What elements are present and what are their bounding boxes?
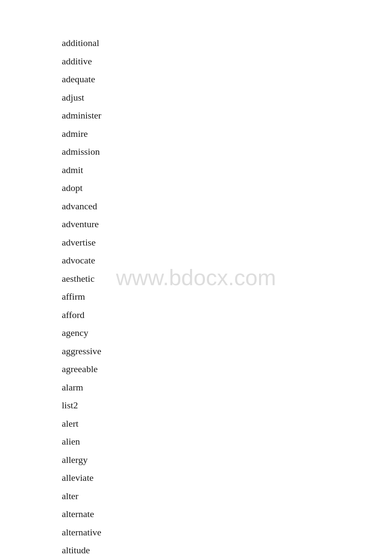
- list-item: admit: [62, 161, 392, 179]
- list-item: advanced: [62, 197, 392, 216]
- list-item: advocate: [62, 251, 392, 270]
- list-item: adopt: [62, 179, 392, 197]
- list-item: adventure: [62, 215, 392, 234]
- list-item: afford: [62, 306, 392, 324]
- list-item: affirm: [62, 288, 392, 306]
- list-item: alternative: [62, 523, 392, 542]
- list-item: admire: [62, 125, 392, 143]
- list-item: alleviate: [62, 469, 392, 487]
- list-item: adequate: [62, 70, 392, 89]
- list-item: adjust: [62, 89, 392, 107]
- list-item: alarm: [62, 379, 392, 397]
- list-item: list2: [62, 396, 392, 415]
- word-list: additionaladditiveadequateadjustadminist…: [0, 0, 392, 555]
- list-item: administer: [62, 107, 392, 125]
- list-item: aesthetic: [62, 270, 392, 288]
- list-item: alter: [62, 487, 392, 506]
- list-item: agency: [62, 324, 392, 342]
- list-item: allergy: [62, 451, 392, 469]
- list-item: altitude: [62, 541, 392, 555]
- list-item: advertise: [62, 234, 392, 252]
- list-item: admission: [62, 143, 392, 161]
- list-item: additional: [62, 34, 392, 52]
- list-item: aggressive: [62, 342, 392, 361]
- list-item: alert: [62, 415, 392, 433]
- list-item: alien: [62, 433, 392, 451]
- list-item: agreeable: [62, 360, 392, 379]
- list-item: alternate: [62, 505, 392, 523]
- list-item: additive: [62, 52, 392, 71]
